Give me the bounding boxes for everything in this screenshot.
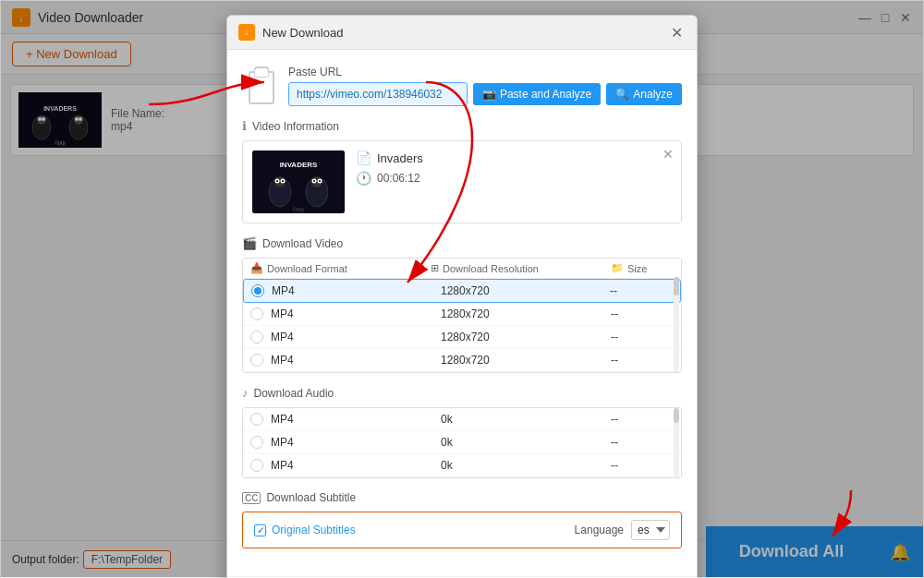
video-thumbnail: INVADERS bbox=[252, 151, 345, 213]
paste-url-right: Paste URL 📷 Paste and Analyze 🔍 Analyze bbox=[288, 66, 682, 106]
subtitle-section: CC Download Subtitle ✓ Original Subtitle… bbox=[242, 491, 682, 548]
resolution-cell: 1280x720 bbox=[441, 284, 610, 297]
clipboard-icon bbox=[242, 65, 279, 106]
video-format-row[interactable]: MP4 1280x720 -- bbox=[243, 279, 681, 303]
video-duration-row: 🕐 00:06:12 bbox=[356, 171, 672, 186]
size-column-label: Size bbox=[627, 263, 647, 274]
video-info-header: ℹ Video Information bbox=[242, 119, 682, 133]
modal-logo: ↓ bbox=[238, 24, 255, 41]
format-cell: MP4 bbox=[271, 307, 441, 320]
video-info-box: INVADERS bbox=[242, 140, 682, 223]
size-cell: -- bbox=[610, 284, 665, 297]
download-audio-section: ♪ Download Audio MP4 0k -- bbox=[242, 386, 682, 478]
video-details: 📄 Invaders 🕐 00:06:12 bbox=[356, 151, 672, 213]
video-section-icon: 🎬 bbox=[242, 236, 257, 250]
radio-unselected[interactable] bbox=[250, 354, 263, 367]
resolution-col-header: ⊞ Download Resolution bbox=[431, 262, 611, 274]
subtitle-header: CC Download Subtitle bbox=[242, 491, 682, 504]
audio-format-table: MP4 0k -- MP4 0k -- bbox=[242, 407, 682, 478]
audio-format-row[interactable]: MP4 0k -- bbox=[243, 454, 681, 477]
original-subtitles-checkbox[interactable]: ✓ Original Subtitles bbox=[254, 524, 356, 536]
size-cell: -- bbox=[611, 307, 666, 320]
format-cell: MP4 bbox=[271, 459, 441, 472]
radio-unselected[interactable] bbox=[250, 413, 263, 426]
radio-unselected[interactable] bbox=[250, 307, 263, 320]
cc-icon: CC bbox=[242, 492, 261, 504]
size-cell: -- bbox=[611, 459, 666, 472]
resolution-column-label: Download Resolution bbox=[443, 263, 539, 274]
modal-title: New Download bbox=[262, 26, 343, 40]
paste-url-label: Paste URL bbox=[288, 66, 682, 78]
search-icon: 🔍 bbox=[615, 88, 629, 101]
file-icon: 📄 bbox=[356, 151, 371, 165]
svg-rect-13 bbox=[255, 69, 268, 77]
paste-url-section: Paste URL 📷 Paste and Analyze 🔍 Analyze bbox=[242, 65, 682, 106]
download-video-header: 🎬 Download Video bbox=[242, 236, 682, 250]
download-audio-label: Download Audio bbox=[254, 387, 334, 400]
audio-format-row[interactable]: MP4 0k -- bbox=[243, 431, 681, 454]
clock-icon: 🕐 bbox=[356, 171, 371, 186]
svg-point-21 bbox=[282, 180, 284, 182]
size-cell: -- bbox=[611, 436, 666, 449]
svg-point-27 bbox=[319, 180, 321, 182]
svg-point-26 bbox=[313, 180, 315, 182]
format-column-label: Download Format bbox=[267, 263, 347, 274]
video-format-row[interactable]: MP4 1280x720 -- bbox=[243, 303, 681, 326]
analyze-label: Analyze bbox=[633, 88, 673, 101]
radio-unselected[interactable] bbox=[250, 436, 263, 449]
paste-analyze-label: Paste and Analyze bbox=[500, 88, 591, 101]
size-cell: -- bbox=[611, 354, 666, 367]
modal-title-left: ↓ New Download bbox=[238, 24, 343, 41]
app-window: ↓ Video Downloader — □ ✕ + New Download … bbox=[0, 0, 924, 578]
language-row: Language es en fr de zh bbox=[575, 520, 670, 540]
original-subtitles-label: Original Subtitles bbox=[272, 524, 356, 536]
audio-format-row[interactable]: MP4 0k -- bbox=[243, 408, 681, 431]
paste-url-row: 📷 Paste and Analyze 🔍 Analyze bbox=[288, 82, 682, 106]
video-format-table: 📥 Download Format ⊞ Download Resolution … bbox=[242, 258, 682, 373]
svg-text:INVADERS: INVADERS bbox=[280, 161, 318, 169]
paste-and-analyze-button[interactable]: 📷 Paste and Analyze bbox=[473, 83, 601, 105]
resolution-cell: 0k bbox=[441, 413, 611, 426]
video-title-row: 📄 Invaders bbox=[356, 151, 672, 165]
resolution-cell: 1280x720 bbox=[441, 354, 611, 367]
svg-point-20 bbox=[276, 180, 278, 182]
format-cell: MP4 bbox=[271, 354, 441, 367]
format-cell: MP4 bbox=[271, 413, 441, 426]
resolution-cell: 0k bbox=[441, 436, 611, 449]
analyze-button[interactable]: 🔍 Analyze bbox=[606, 83, 682, 105]
format-table-header: 📥 Download Format ⊞ Download Resolution … bbox=[243, 259, 681, 279]
download-video-section: 🎬 Download Video 📥 Download Format ⊞ Dow… bbox=[242, 236, 682, 373]
modal-overlay: ↓ New Download ✕ Paste bbox=[1, 1, 923, 577]
radio-unselected[interactable] bbox=[250, 331, 263, 343]
modal-close-button[interactable]: ✕ bbox=[667, 23, 686, 42]
info-icon: ℹ bbox=[242, 119, 247, 133]
video-format-row[interactable]: MP4 1280x720 -- bbox=[243, 326, 681, 349]
modal-dialog: ↓ New Download ✕ Paste bbox=[226, 15, 698, 578]
modal-body: Paste URL 📷 Paste and Analyze 🔍 Analyze bbox=[227, 50, 697, 576]
video-format-row[interactable]: MP4 1280x720 -- bbox=[243, 349, 681, 372]
radio-unselected[interactable] bbox=[250, 459, 263, 472]
radio-selected[interactable] bbox=[251, 284, 264, 297]
video-title: Invaders bbox=[377, 151, 423, 165]
language-select[interactable]: es en fr de zh bbox=[631, 520, 670, 540]
format-col-header: 📥 Download Format bbox=[250, 262, 431, 274]
resolution-cell: 1280x720 bbox=[441, 331, 611, 343]
audio-section-icon: ♪ bbox=[242, 386, 249, 400]
url-input[interactable] bbox=[288, 82, 468, 106]
size-cell: -- bbox=[611, 331, 666, 343]
format-cell: MP4 bbox=[271, 436, 441, 449]
checkbox[interactable]: ✓ bbox=[254, 524, 266, 536]
language-label: Language bbox=[575, 524, 624, 536]
size-cell: -- bbox=[611, 413, 666, 426]
video-duration: 00:06:12 bbox=[377, 172, 420, 185]
video-info-close-button[interactable]: ✕ bbox=[663, 147, 674, 162]
subtitle-box: ✓ Original Subtitles Language es en fr d… bbox=[242, 512, 682, 548]
subtitle-label: Download Subtitle bbox=[266, 491, 356, 504]
svg-text:©(X)(: ©(X)( bbox=[293, 207, 304, 212]
camera-icon: 📷 bbox=[482, 88, 496, 101]
resolution-cell: 0k bbox=[441, 459, 611, 472]
video-info-label: Video Information bbox=[252, 120, 339, 133]
format-cell: MP4 bbox=[272, 284, 441, 297]
resolution-cell: 1280x720 bbox=[441, 307, 611, 320]
modal-titlebar: ↓ New Download ✕ bbox=[227, 16, 697, 50]
